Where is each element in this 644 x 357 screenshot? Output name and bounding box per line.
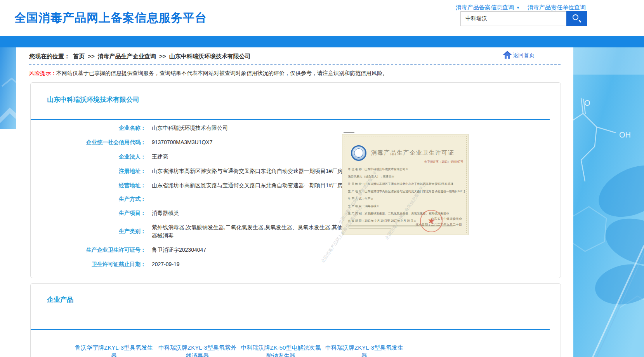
breadcrumb-separator: >> xyxy=(86,53,96,59)
company-info-card: 山东中科瑞沃环境技术有限公司 企业名称： 山东中科瑞沃环境技术有限公司 企业统一… xyxy=(30,82,561,278)
breadcrumb-prefix: 您现在的位置： xyxy=(29,53,70,59)
page: O OH 全国消毒产品网上备案信息服务平台 xyxy=(0,0,644,357)
molecule-label-oh: OH xyxy=(619,131,631,139)
field-label: 卫生许可证截止日期： xyxy=(68,261,146,268)
risk-notice-label: 风险提示： xyxy=(29,70,56,76)
top-nav: 消毒产品备案信息查询 ▼ 消毒产品责任单位查询 xyxy=(456,4,586,11)
field-value: 山东省潍坊市高新区潍安路与宝通街交叉路口东北角自动变速器一期项目1#厂房 xyxy=(152,181,343,190)
company-name-title: 山东中科瑞沃环境技术有限公司 xyxy=(47,95,561,104)
certificate-text-line: 生 产 项 目：消毒器械※ xyxy=(348,202,465,210)
certificate-text-line: 注 册 地 址：山东省潍坊高新区玉清东街以北中心次干道以西高新大厦902号科研楼 xyxy=(348,180,465,188)
chevron-down-icon[interactable]: ▼ xyxy=(516,6,520,10)
left-background-decoration xyxy=(0,36,16,129)
field-value: 紫外线消毒器,次氯酸钠发生器,二氧化氯发生器,臭氧发生器、臭氧水发生器,其他器械… xyxy=(152,223,346,240)
certificate-text-line: 法定代表人（或负责人）：王建亮※ xyxy=(348,173,465,180)
field-row: 生产方式： xyxy=(68,196,561,203)
certificate-title: 消毒产品生产企业卫生许可证 xyxy=(371,149,455,157)
product-link[interactable]: 中科瑞沃牌ZKYL-3型臭氧紫外线消毒器 xyxy=(156,343,239,357)
right-background-decoration: O OH xyxy=(573,36,644,357)
field-row: 经营地址： 山东省潍坊市高新区潍安路与宝通街交叉路口东北角自动变速器一期项目1#… xyxy=(68,181,561,190)
field-value: 山东省潍坊市高新区潍安路与宝通街交叉路口东北角自动变速器一期项目1#厂房 xyxy=(152,167,343,175)
risk-notice-text: 本网站仅基于已掌握的信息提供查询服务，查询结果不代表本网站对被查询对象信用状况的… xyxy=(56,70,388,76)
field-value: 王建亮 xyxy=(152,153,168,161)
title-underline xyxy=(31,119,550,120)
breadcrumb: 您现在的位置：首页 >> 消毒产品生产企业查询 >> 山东中科瑞沃环境技术有限公… xyxy=(29,53,251,59)
field-label: 企业法人： xyxy=(68,153,146,160)
product-link[interactable]: 中科瑞沃牌ZKYL-3型臭氧发生器 xyxy=(323,343,406,357)
breadcrumb-link[interactable]: 首页 xyxy=(73,53,85,59)
field-label: 生产项目： xyxy=(68,210,146,217)
search-button[interactable] xyxy=(566,11,587,26)
back-home-link[interactable]: 返回首页 xyxy=(503,51,535,59)
field-label: 经营地址： xyxy=(68,182,146,189)
search-input[interactable] xyxy=(460,11,566,26)
site-title: 全国消毒产品网上备案信息服务平台 xyxy=(14,10,207,26)
breadcrumb-row: 您现在的位置：首页 >> 消毒产品生产企业查询 >> 山东中科瑞沃环境技术有限公… xyxy=(16,47,573,60)
field-label: 注册地址： xyxy=(68,168,146,175)
certificate-text-line: 单 位 名 称：山东中科瑞沃环境技术有限公司※ xyxy=(348,165,465,173)
field-row: 生产项目： 消毒器械类 xyxy=(68,209,561,217)
field-row: 注册地址： 山东省潍坊市高新区潍安路与宝通街交叉路口东北角自动变速器一期项目1#… xyxy=(68,167,561,175)
field-value: 2027-09-19 xyxy=(152,260,180,268)
field-row: 卫生许可证截止日期： 2027-09-19 xyxy=(68,260,561,268)
field-row: 企业法人： 王建亮 xyxy=(68,153,561,161)
dashed-divider xyxy=(29,64,561,65)
search-bar xyxy=(460,11,587,26)
field-value: 91370700MA3M3U1QX7 xyxy=(152,138,212,146)
field-value: 山东中科瑞沃环境技术有限公司 xyxy=(152,124,228,132)
certificate-photo-artifact xyxy=(344,132,354,133)
certificate-text-line: 生 产 方 式：生产※ xyxy=(348,195,465,202)
field-row: 生产企业卫生许可证号： 鲁卫消证字202304047 xyxy=(68,246,561,254)
home-icon xyxy=(503,51,512,59)
field-label: 企业名称： xyxy=(68,125,146,132)
site-header: 全国消毒产品网上备案信息服务平台 消毒产品备案信息查询 ▼ 消毒产品责任单位查询 xyxy=(0,0,644,36)
field-row: 企业名称： 山东中科瑞沃环境技术有限公司 xyxy=(68,124,561,132)
field-label: 企业统一社会信用代码： xyxy=(68,139,146,146)
company-fields: 企业名称： 山东中科瑞沃环境技术有限公司 企业统一社会信用代码： 9137070… xyxy=(31,124,561,268)
product-link[interactable]: 鲁沃华宇牌ZKYL-3型臭氧发生器 xyxy=(72,343,156,357)
breadcrumb-link[interactable]: 消毒产品生产企业查询 xyxy=(98,53,156,59)
field-row: 企业统一社会信用代码： 91370700MA3M3U1QX7 xyxy=(68,138,561,146)
title-underline xyxy=(31,329,550,330)
breadcrumb-separator: >> xyxy=(158,53,168,59)
field-value: 消毒器械类 xyxy=(152,209,179,217)
product-list: 鲁沃华宇牌ZKYL-3型臭氧发生器 中科瑞沃牌ZKYL-3型臭氧紫外线消毒器 中… xyxy=(72,343,414,357)
main-content: 您现在的位置：首页 >> 消毒产品生产企业查询 >> 山东中科瑞沃环境技术有限公… xyxy=(16,47,573,357)
certificate-text-line: 生 产 地 址：山东省潍坊市高新区潍安路与宝通街交叉路口东北角自动变速器一期项目… xyxy=(348,188,465,195)
certificate-number: 鲁卫消证字（2023）第04047号 xyxy=(424,160,463,164)
certificate-fine-print xyxy=(349,228,391,229)
risk-notice: 风险提示：本网站仅基于已掌握的信息提供查询服务，查询结果不代表本网站对被查询对象… xyxy=(29,70,561,77)
header-blue-bar xyxy=(0,36,644,47)
search-icon xyxy=(573,14,578,20)
nav-link-responsible-unit-query[interactable]: 消毒产品责任单位查询 xyxy=(528,4,586,11)
license-certificate-image: 全国消毒产品网上备案信息服务平台 全国消毒产品网上备案信息服务平台 全国消毒产品… xyxy=(342,134,469,235)
field-row: 生产类别： 紫外线消毒器,次氯酸钠发生器,二氧化氯发生器,臭氧发生器、臭氧水发生… xyxy=(68,223,561,240)
field-label: 生产类别： xyxy=(68,228,146,235)
product-link[interactable]: 中科瑞沃牌ZK-50型电解法次氯酸钠发生器 xyxy=(239,343,323,357)
field-label: 生产企业卫生许可证号： xyxy=(68,247,146,254)
field-label: 生产方式： xyxy=(68,196,146,203)
certificate-emblem-icon xyxy=(351,145,366,161)
company-products-card: 企业产品 鲁沃华宇牌ZKYL-3型臭氧发生器 中科瑞沃牌ZKYL-3型臭氧紫外线… xyxy=(30,283,561,357)
field-value: 鲁卫消证字202304047 xyxy=(152,246,206,254)
products-section-title: 企业产品 xyxy=(47,295,561,304)
molecule-label-o: O xyxy=(584,99,590,107)
breadcrumb-link[interactable]: 山东中科瑞沃环境技术有限公司 xyxy=(169,53,251,59)
nav-link-registration-info-query[interactable]: 消毒产品备案信息查询 ▼ xyxy=(456,4,520,11)
